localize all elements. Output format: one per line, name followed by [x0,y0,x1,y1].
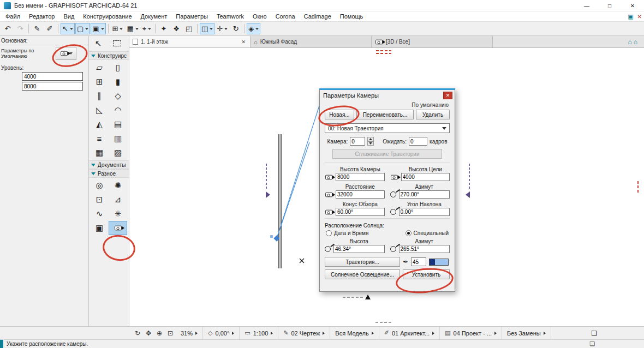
menu-edit[interactable]: Редактор [25,13,59,20]
tilt-angle-input[interactable] [399,208,450,216]
menu-window[interactable]: Окно [248,13,271,20]
organizer-icon[interactable]: ⌂ [634,38,637,46]
beam-tool[interactable]: ∥ [90,89,109,103]
camera-height-quick-input[interactable] [22,72,83,81]
close-palette-icon[interactable]: ✕ [637,14,642,20]
tab-3d-all[interactable]: [3D / Все] [372,36,493,47]
door-tool[interactable]: ▯ [109,61,127,75]
roof-tool[interactable]: ◺ [90,103,109,117]
target-height-input[interactable] [401,173,450,181]
radio-date-time[interactable]: Дата и Время [326,230,368,236]
orientation-control[interactable]: ◇0,00° [203,327,240,339]
menu-view[interactable]: Вид [59,13,79,20]
target-height-quick-input[interactable] [22,82,83,91]
apply-button[interactable]: Установить [403,269,450,279]
groups-button[interactable]: ❖ [170,23,182,34]
inject-parameters-button[interactable]: ✐ [44,23,56,34]
camera-height-input[interactable] [336,173,385,181]
rotate-button[interactable]: ↻ [230,23,242,34]
panel-toggle-icon[interactable]: ▣ [628,13,633,20]
zone-tool[interactable]: ▨ [109,146,127,160]
menu-teamwork[interactable]: Teamwork [212,13,248,20]
suspend-groups-button[interactable]: ◰ [183,23,195,34]
toolbox-section-more[interactable]: Разное [89,169,129,178]
pen-color-swatch[interactable] [429,259,449,266]
menu-design[interactable]: Конструирование [79,13,136,20]
magic-wand-button[interactable]: ✦ [158,23,170,34]
tab-close-icon[interactable]: ✕ [240,39,247,45]
camera-number-up-button[interactable] [367,137,374,141]
zoom-to-fit-icon[interactable]: ↻ [132,329,143,337]
sun-azimuth-input[interactable] [399,245,450,253]
scale-control[interactable]: ▭1:100 [240,327,278,339]
distance-input[interactable] [336,190,385,199]
morph-tool[interactable]: ◭ [90,117,109,131]
pick-up-parameters-button[interactable]: ✎ [31,23,43,34]
trace-reference-button[interactable]: ◫ [200,23,214,34]
menu-corona[interactable]: Corona [271,13,300,20]
tab-floor-plan[interactable]: 1. 1-й этаж ✕ [129,36,251,47]
curtain-wall-tool[interactable]: ▤ [109,117,127,131]
grid-snap-button[interactable]: ⊞ [111,23,125,34]
pen-set-control[interactable]: ✎02 Чертеж [278,327,330,339]
layer-combination-control[interactable]: ✐01 Архитект... [379,327,440,339]
3d-visualization-button[interactable]: ◈ [247,23,260,34]
arrow-tool-button[interactable]: ↖ [61,23,75,34]
sunlight-button[interactable]: Солнечное Освещение... [325,269,400,279]
delete-path-button[interactable]: Удалить [416,110,450,119]
spline-tool[interactable]: ∿ [90,207,109,221]
window-tool[interactable]: ◇ [109,89,127,103]
mesh-tool[interactable]: ▦ [90,146,109,160]
tab-south-elevation[interactable]: ⌂ Южный Фасад [251,36,372,47]
wall-tool[interactable]: ▱ [90,61,109,75]
menu-cadimage[interactable]: Cadimage [300,13,336,20]
path-options-button[interactable]: Траектория... [325,257,400,267]
graphic-override-control[interactable]: Без Замены [502,327,551,339]
marquee-tool-button[interactable]: ▢ [75,23,90,34]
rename-path-button[interactable]: Переименовать... [356,110,414,119]
camera-number-input[interactable] [350,137,365,146]
guide-lines-button[interactable]: ▦ [125,23,140,34]
favorites-button[interactable]: ▣ [91,23,105,34]
menu-options[interactable]: Параметры [171,13,212,20]
stair-tool[interactable]: ≡ [90,131,109,146]
dialog-close-button[interactable]: ✕ [443,92,452,99]
railing-tool[interactable]: ▥ [109,131,127,146]
favorites-control[interactable]: ▤04 Проект - ... [440,327,502,339]
undo-button[interactable]: ↶ [2,23,14,34]
zoom-window-icon[interactable]: ⊡ [165,329,176,337]
menu-file[interactable]: Файл [1,13,25,20]
sun-altitude-input[interactable] [333,245,385,253]
copy-icon[interactable]: ❏ [589,340,595,347]
toolbox-section-design[interactable]: Конструирс [89,51,129,60]
model-filter-control[interactable]: Вся Модель [330,327,379,339]
sun-object-tool[interactable]: ✳ [109,207,127,221]
camera-defaults-button[interactable] [56,47,76,60]
minimize-button[interactable]: — [575,0,598,11]
marquee-select-tool[interactable] [108,36,126,51]
toolbox-section-document[interactable]: Документы [89,160,129,169]
menu-document[interactable]: Документ [136,13,172,20]
radio-custom[interactable]: Специальный [406,230,449,236]
azimuth-input[interactable] [399,190,450,199]
grid-element-tool[interactable]: ⊡ [90,193,109,207]
level-dimension-tool[interactable]: ⊿ [109,193,127,207]
new-window-icon[interactable]: ❏ [591,329,597,337]
figure-tool[interactable]: ▣ [90,221,109,235]
wait-frames-input[interactable] [409,137,427,146]
path-select[interactable]: 00: Новая Траектория [325,123,450,133]
column-tool[interactable]: ▮ [109,75,127,89]
menu-help[interactable]: Помощь [336,13,368,20]
shell-tool[interactable]: ◠ [109,103,127,117]
move-button[interactable]: ✛ [215,23,229,34]
new-path-button[interactable]: Новая... [325,110,354,119]
zoom-in-icon[interactable]: ⊕ [154,329,165,337]
slab-tool[interactable]: ⊞ [90,75,109,89]
pan-icon[interactable]: ✥ [143,329,154,337]
gravity-button[interactable]: ⌖ [141,23,153,34]
redo-button[interactable]: ↷ [14,23,26,34]
maximize-button[interactable]: □ [598,0,621,11]
project-map-icon[interactable]: ⌂ [628,38,632,46]
camera-number-down-button[interactable] [367,141,374,146]
select-arrow-tool[interactable]: ↖ [89,36,108,51]
